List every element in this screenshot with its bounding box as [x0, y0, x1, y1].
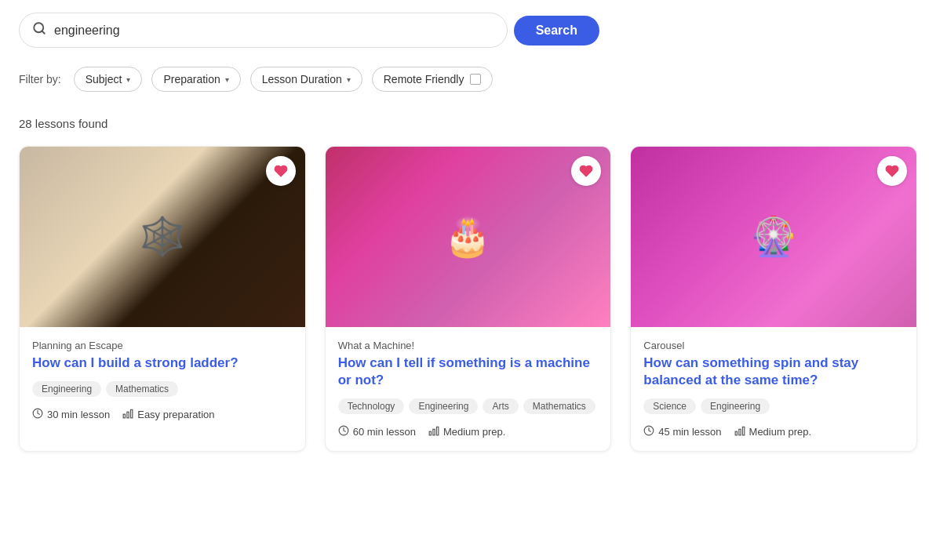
bar-chart-icon [734, 425, 745, 438]
bar-chart-icon [428, 425, 439, 438]
cards-grid: 🕸️ Planning an Escape How can I build a … [19, 146, 917, 452]
lesson-name: What a Machine! [338, 340, 599, 351]
preparation-filter-label: Preparation [163, 73, 220, 85]
results-count: 28 lessons found [19, 117, 917, 130]
svg-rect-4 [127, 412, 129, 418]
prep-text: Easy preparation [137, 409, 214, 420]
card-image: 🎡 [631, 147, 916, 327]
lesson-duration-filter-label: Lesson Duration [262, 73, 342, 85]
duration-text: 45 min lesson [658, 426, 721, 438]
favorite-button[interactable] [877, 156, 907, 186]
favorite-button[interactable] [266, 156, 296, 186]
preparation-filter[interactable]: Preparation ▾ [151, 67, 240, 92]
remote-friendly-label: Remote Friendly [384, 73, 464, 85]
tag: Mathematics [523, 398, 595, 414]
subject-chevron-icon: ▾ [126, 75, 130, 84]
svg-rect-5 [131, 409, 133, 418]
card-image-placeholder: 🎂 [326, 147, 611, 327]
tag: Arts [483, 398, 518, 414]
search-input[interactable] [54, 24, 494, 38]
tag: Engineering [409, 398, 478, 414]
clock-icon [338, 425, 349, 438]
svg-rect-8 [433, 429, 435, 435]
filter-label: Filter by: [19, 73, 61, 85]
search-icon [32, 21, 46, 39]
prep-text: Medium prep. [443, 426, 505, 438]
tag: Engineering [32, 381, 101, 397]
svg-rect-3 [123, 414, 125, 418]
tags-list: ScienceEngineering [643, 398, 904, 414]
card-body: Planning an Escape How can I build a str… [20, 327, 305, 434]
lesson-name: Planning an Escape [32, 340, 293, 351]
remote-friendly-checkbox[interactable] [470, 74, 481, 85]
lesson-duration-filter[interactable]: Lesson Duration ▾ [250, 67, 362, 92]
remote-friendly-filter[interactable]: Remote Friendly [372, 67, 493, 92]
subject-filter[interactable]: Subject ▾ [74, 67, 143, 92]
card-title[interactable]: How can something spin and stay balanced… [643, 355, 904, 389]
duration-text: 60 min lesson [353, 426, 416, 438]
card-title[interactable]: How can I tell if something is a machine… [338, 355, 599, 389]
lesson-card[interactable]: 🎂 What a Machine! How can I tell if some… [325, 146, 612, 452]
lesson-card[interactable]: 🕸️ Planning an Escape How can I build a … [19, 146, 306, 452]
prep-meta: Easy preparation [122, 408, 214, 421]
svg-line-1 [42, 31, 44, 33]
prep-text: Medium prep. [749, 426, 811, 438]
card-image-placeholder: 🎡 [631, 147, 916, 327]
bar-chart-icon [122, 408, 133, 421]
clock-icon [32, 408, 43, 421]
lesson-duration-chevron-icon: ▾ [347, 75, 351, 84]
preparation-chevron-icon: ▾ [225, 75, 229, 84]
tag: Science [643, 398, 696, 414]
card-body: Carousel How can something spin and stay… [631, 327, 916, 451]
svg-rect-12 [738, 429, 740, 435]
svg-rect-7 [429, 431, 431, 435]
duration-text: 30 min lesson [47, 409, 110, 420]
card-meta: 45 min lesson Medium prep. [643, 425, 904, 438]
duration-meta: 45 min lesson [643, 425, 721, 438]
lesson-card[interactable]: 🎡 Carousel How can something spin and st… [630, 146, 917, 452]
card-title[interactable]: How can I build a strong ladder? [32, 355, 293, 372]
card-meta: 30 min lesson Easy preparation [32, 408, 293, 421]
svg-rect-11 [735, 431, 737, 435]
card-body: What a Machine! How can I tell if someth… [326, 327, 611, 451]
tag: Mathematics [106, 381, 178, 397]
tags-list: TechnologyEngineeringArtsMathematics [338, 398, 599, 414]
clock-icon [643, 425, 654, 438]
tags-list: EngineeringMathematics [32, 381, 293, 397]
tag: Technology [338, 398, 405, 414]
svg-rect-9 [436, 427, 438, 436]
filter-bar: Filter by: Subject ▾ Preparation ▾ Lesso… [19, 67, 917, 92]
prep-meta: Medium prep. [428, 425, 505, 438]
card-image: 🎂 [326, 147, 611, 327]
prep-meta: Medium prep. [734, 425, 811, 438]
card-image: 🕸️ [20, 147, 305, 327]
card-meta: 60 min lesson Medium prep. [338, 425, 599, 438]
lesson-name: Carousel [643, 340, 904, 351]
duration-meta: 60 min lesson [338, 425, 416, 438]
duration-meta: 30 min lesson [32, 408, 110, 421]
tag: Engineering [701, 398, 770, 414]
svg-rect-13 [742, 427, 744, 436]
card-image-placeholder: 🕸️ [20, 147, 305, 327]
subject-filter-label: Subject [86, 73, 122, 85]
search-button[interactable]: Search [514, 16, 599, 45]
